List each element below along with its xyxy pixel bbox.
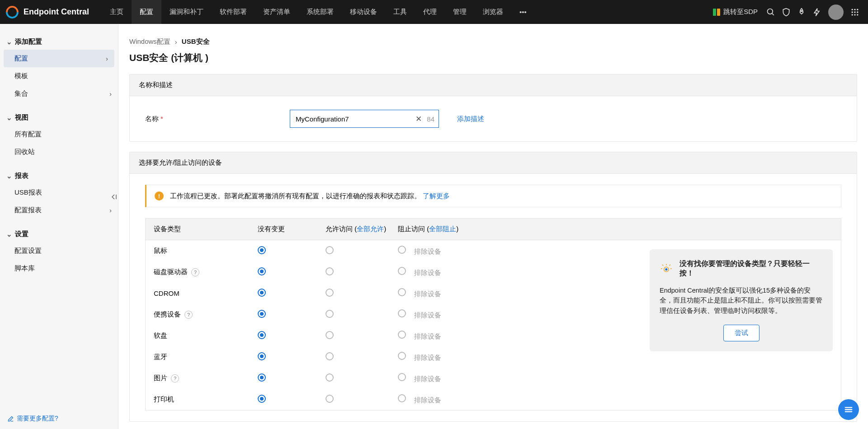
allow-all-link[interactable]: 全部允许: [357, 225, 384, 233]
side-item-template[interactable]: 模板: [0, 67, 118, 85]
radio-block[interactable]: [398, 246, 406, 254]
radio-block[interactable]: [398, 394, 406, 402]
svg-point-9: [852, 11, 853, 13]
topnav-item[interactable]: 代理: [415, 0, 445, 24]
topnav-item[interactable]: 系统部署: [298, 0, 342, 24]
device-name: 图片: [154, 374, 167, 382]
learn-more-link[interactable]: 了解更多: [423, 192, 450, 200]
topnav-more[interactable]: •••: [511, 8, 535, 16]
device-name: 蓝牙: [154, 353, 167, 360]
svg-point-12: [852, 14, 853, 15]
radio-block[interactable]: [398, 288, 406, 296]
side-item-collection[interactable]: 集合›: [0, 85, 118, 103]
radio-nochange[interactable]: [258, 331, 266, 339]
side-item-usbreport[interactable]: USB报表: [0, 184, 118, 201]
exclude-link[interactable]: 排除设备: [414, 247, 441, 255]
col-block: 阻止访问 (全部阻止): [398, 225, 833, 233]
promo-card: 没有找你要管理的设备类型？只要轻轻一按！ Endpoint Central的安全…: [650, 249, 833, 351]
radio-block[interactable]: [398, 373, 406, 381]
chevron-down-icon: ⌄: [6, 230, 12, 238]
exclude-link[interactable]: 排除设备: [414, 290, 441, 298]
help-icon[interactable]: ?: [171, 374, 179, 382]
side-group-report[interactable]: ⌄报表: [0, 168, 118, 184]
radio-allow[interactable]: [326, 310, 334, 318]
chevron-down-icon: ⌄: [6, 38, 12, 46]
side-item-config[interactable]: 配置›: [4, 50, 114, 67]
side-item-allconfig[interactable]: 所有配置: [0, 126, 118, 143]
add-desc-link[interactable]: 添加描述: [457, 115, 484, 123]
main: Windows配置 › USB安全 USB安全 (计算机 ) 名称和描述 名称*…: [118, 24, 868, 429]
topnav-item[interactable]: 移动设备: [342, 0, 385, 24]
radio-nochange[interactable]: [258, 246, 266, 254]
radio-nochange[interactable]: [258, 289, 266, 297]
table-row: 图片?排除设备: [146, 368, 841, 389]
collapse-sidebar-icon[interactable]: [110, 191, 118, 203]
side-group-settings[interactable]: ⌄设置: [0, 226, 118, 242]
svg-point-7: [854, 9, 855, 10]
radio-nochange[interactable]: [258, 352, 266, 360]
crumb-prev[interactable]: Windows配置: [129, 37, 170, 46]
clear-icon[interactable]: ✕: [415, 114, 422, 124]
topnav: 主页配置漏洞和补丁软件部署资产清单系统部署移动设备工具代理管理浏览器: [102, 0, 511, 24]
avatar[interactable]: [828, 5, 844, 20]
exclude-link[interactable]: 排除设备: [414, 354, 441, 361]
exclude-link[interactable]: 排除设备: [414, 396, 441, 404]
radio-nochange[interactable]: [258, 373, 266, 382]
radio-allow[interactable]: [326, 373, 334, 382]
side-group-add[interactable]: ⌄添加配置: [0, 34, 118, 50]
topnav-item[interactable]: 浏览器: [475, 0, 511, 24]
radio-nochange[interactable]: [258, 267, 266, 275]
radio-block[interactable]: [398, 331, 406, 339]
page-title: USB安全 (计算机 ): [129, 51, 857, 64]
name-label: 名称*: [145, 115, 272, 123]
side-item-scriptlib[interactable]: 脚本库: [0, 260, 118, 277]
device-name: CDROM: [154, 289, 179, 297]
device-name: 便携设备: [154, 310, 181, 318]
svg-point-13: [854, 14, 855, 15]
topnav-item[interactable]: 主页: [102, 0, 132, 24]
radio-nochange[interactable]: [258, 310, 266, 318]
side-item-cfgset[interactable]: 配置设置: [0, 242, 118, 260]
svg-point-11: [857, 11, 858, 13]
radio-allow[interactable]: [326, 395, 334, 403]
radio-allow[interactable]: [326, 246, 334, 254]
radio-block[interactable]: [398, 309, 406, 317]
rocket-icon[interactable]: [794, 5, 809, 20]
topnav-item[interactable]: 工具: [385, 0, 415, 24]
search-icon[interactable]: [763, 5, 778, 20]
radio-allow[interactable]: [326, 331, 334, 339]
card-name: 名称和描述 名称* ✕ 84 添加描述: [129, 74, 857, 142]
radio-allow[interactable]: [326, 352, 334, 360]
exclude-link[interactable]: 排除设备: [414, 311, 441, 319]
block-all-link[interactable]: 全部阻止: [429, 225, 456, 233]
shield-icon[interactable]: [778, 5, 794, 20]
sdp-label: 跳转至SDP: [723, 8, 758, 16]
topnav-item[interactable]: 软件部署: [212, 0, 255, 24]
side-item-cfgreport[interactable]: 配置报表›: [0, 201, 118, 219]
sdp-link[interactable]: 跳转至SDP: [712, 8, 758, 16]
topnav-item[interactable]: 配置: [132, 0, 161, 24]
exclude-link[interactable]: 排除设备: [414, 332, 441, 340]
col-nochange: 没有变更: [258, 225, 326, 233]
side-item-trash[interactable]: 回收站: [0, 143, 118, 161]
radio-nochange[interactable]: [258, 395, 266, 403]
radio-block[interactable]: [398, 267, 406, 275]
side-group-view[interactable]: ⌄视图: [0, 110, 118, 126]
topnav-item[interactable]: 管理: [445, 0, 475, 24]
apps-icon[interactable]: [847, 5, 863, 20]
radio-allow[interactable]: [326, 289, 334, 297]
radio-block[interactable]: [398, 352, 406, 360]
help-icon[interactable]: ?: [191, 268, 199, 276]
exclude-link[interactable]: 排除设备: [414, 269, 441, 276]
fab-chat[interactable]: [838, 399, 859, 420]
topnav-item[interactable]: 漏洞和补丁: [161, 0, 212, 24]
exclude-link[interactable]: 排除设备: [414, 375, 441, 382]
need-more-link[interactable]: 需要更多配置?: [7, 415, 58, 423]
bolt-icon[interactable]: [809, 5, 825, 20]
topnav-item[interactable]: 资产清单: [255, 0, 298, 24]
help-icon[interactable]: ?: [184, 311, 193, 319]
try-button[interactable]: 尝试: [723, 325, 760, 341]
radio-allow[interactable]: [326, 267, 334, 275]
logo[interactable]: Endpoint Central: [5, 5, 89, 19]
card-head-dev: 选择要允许/阻止访问的设备: [130, 152, 857, 174]
